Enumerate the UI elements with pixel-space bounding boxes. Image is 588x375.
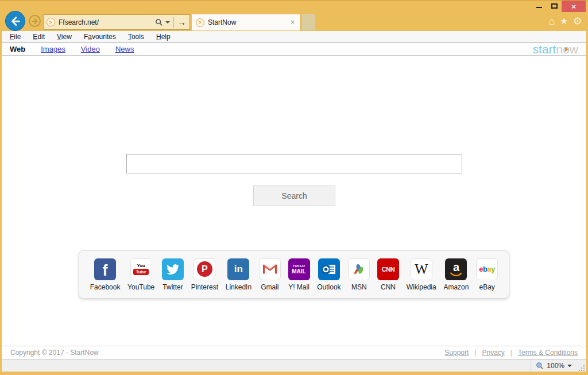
favorites-star-icon[interactable]: ★ <box>560 16 567 27</box>
shortcut-outlook[interactable]: Outlook <box>317 258 341 291</box>
shortcut-label: LinkedIn <box>226 283 252 291</box>
site-favicon-icon: > <box>47 18 55 26</box>
forward-arrow-icon <box>31 17 39 25</box>
shortcut-wikipedia[interactable]: WWikipedia <box>407 258 436 291</box>
nav-tab-news[interactable]: News <box>115 45 134 53</box>
nav-tab-video[interactable]: Video <box>81 45 100 53</box>
footer-link-privacy[interactable]: Privacy <box>482 349 504 357</box>
gmail-icon <box>259 258 281 280</box>
maximize-icon <box>551 3 558 9</box>
back-button[interactable] <box>5 11 25 31</box>
twitter-icon <box>162 258 184 280</box>
amazon-icon: a <box>445 258 467 280</box>
shortcut-facebook[interactable]: fFacebook <box>90 258 121 291</box>
browser-tab[interactable]: > StartNow × <box>191 14 300 30</box>
shortcut-pinterest[interactable]: PPinterest <box>191 258 218 291</box>
shortcut-label: CNN <box>381 283 396 291</box>
shortcut-label: Amazon <box>443 283 469 291</box>
shortcut-y-mail[interactable]: Yahoo!MAILY! Mail <box>288 258 310 291</box>
back-arrow-icon <box>9 15 22 28</box>
msn-icon <box>348 258 370 280</box>
startnow-logo: startnow <box>533 43 578 55</box>
shortcut-label: YouTube <box>127 283 154 291</box>
search-nav-bar: Web Images Video News startnow <box>2 43 586 56</box>
tab-title: StartNow <box>208 18 289 26</box>
menu-tools[interactable]: Tools <box>128 33 144 41</box>
search-input[interactable] <box>126 154 462 173</box>
menu-view[interactable]: View <box>57 33 72 41</box>
shortcut-label: Outlook <box>317 283 341 291</box>
zoom-magnifier-icon <box>536 362 544 370</box>
tab-close-icon[interactable]: × <box>289 18 296 26</box>
facebook-icon: f <box>94 258 116 280</box>
footer-link-support[interactable]: Support <box>444 349 469 357</box>
menu-help[interactable]: Help <box>156 33 171 41</box>
settings-gear-icon[interactable]: ⚙ <box>573 16 582 27</box>
address-dropdown-icon[interactable] <box>165 21 170 24</box>
new-tab-button[interactable] <box>302 14 315 30</box>
shortcut-label: Wikipedia <box>407 283 436 291</box>
go-button[interactable]: → <box>177 18 187 26</box>
url-text[interactable]: Ffsearch.net/ <box>59 18 155 26</box>
ymail-icon: Yahoo!MAIL <box>288 258 310 280</box>
shortcut-twitter[interactable]: Twitter <box>162 258 184 291</box>
footer-separator: | <box>474 349 476 357</box>
shortcut-cnn[interactable]: CNNCNN <box>377 258 399 291</box>
shortcut-linkedin[interactable]: inLinkedIn <box>226 258 252 291</box>
browser-window: × > Ffsearch.net/ → > StartNow × <box>0 0 588 375</box>
shortcut-label: MSN <box>351 283 367 291</box>
maximize-button[interactable] <box>547 1 562 11</box>
menu-favourites[interactable]: Favourites <box>84 33 116 41</box>
resize-grip[interactable] <box>579 365 585 371</box>
zoom-control[interactable]: 100% <box>531 359 577 372</box>
shortcut-label: Pinterest <box>191 283 218 291</box>
shortcut-label: Gmail <box>261 283 278 291</box>
tab-favicon-icon: > <box>196 18 204 27</box>
footer-link-terms[interactable]: Terms & Conditions <box>518 349 578 357</box>
footer-separator: | <box>510 349 512 357</box>
home-icon[interactable]: ⌂ <box>549 16 555 27</box>
shortcut-label: Twitter <box>163 283 183 291</box>
menu-bar: File Edit View Favourites Tools Help <box>2 31 586 42</box>
search-button[interactable]: Search <box>253 185 335 206</box>
wikipedia-icon: W <box>411 258 432 280</box>
shortcut-label: Y! Mail <box>288 283 310 291</box>
forward-button[interactable] <box>29 15 41 27</box>
shortcut-label: Facebook <box>90 283 121 291</box>
window-caption-buttons: × <box>532 1 586 12</box>
close-button[interactable]: × <box>562 1 586 12</box>
cnn-icon: CNN <box>377 258 399 280</box>
status-bar: 100% <box>2 359 586 372</box>
page-content: File Edit View Favourites Tools Help Web… <box>2 31 586 371</box>
shortcut-ebay[interactable]: ebayeBay <box>476 258 498 291</box>
linkedin-icon: in <box>227 258 249 280</box>
minimize-button[interactable] <box>532 1 547 11</box>
nav-tab-web[interactable]: Web <box>10 45 25 53</box>
shortcut-label: eBay <box>479 283 494 291</box>
address-separator <box>173 17 174 28</box>
menu-file[interactable]: File <box>10 33 21 41</box>
address-bar[interactable]: > Ffsearch.net/ → <box>44 14 190 30</box>
shortcut-youtube[interactable]: YouTubeYouTube <box>127 258 154 291</box>
page-footer: Copyright © 2017 - StartNow Support | Pr… <box>2 346 586 359</box>
search-icon[interactable] <box>155 18 163 26</box>
shortcut-gmail[interactable]: Gmail <box>259 258 281 291</box>
copyright-text: Copyright © 2017 - StartNow <box>10 349 99 357</box>
pinterest-icon: P <box>194 258 215 280</box>
shortcuts-panel: fFacebookYouTubeYouTubeTwitterPPinterest… <box>79 250 509 299</box>
shortcut-msn[interactable]: MSN <box>348 258 370 291</box>
menu-edit[interactable]: Edit <box>33 33 45 41</box>
youtube-icon: YouTube <box>130 258 152 280</box>
zoom-dropdown-icon[interactable] <box>567 365 572 367</box>
shortcut-amazon[interactable]: aAmazon <box>443 258 469 291</box>
ebay-icon: ebay <box>476 258 498 280</box>
outlook-icon <box>318 258 340 280</box>
nav-tab-images[interactable]: Images <box>41 45 65 53</box>
zoom-level: 100% <box>547 362 564 370</box>
minimize-icon <box>536 7 542 8</box>
